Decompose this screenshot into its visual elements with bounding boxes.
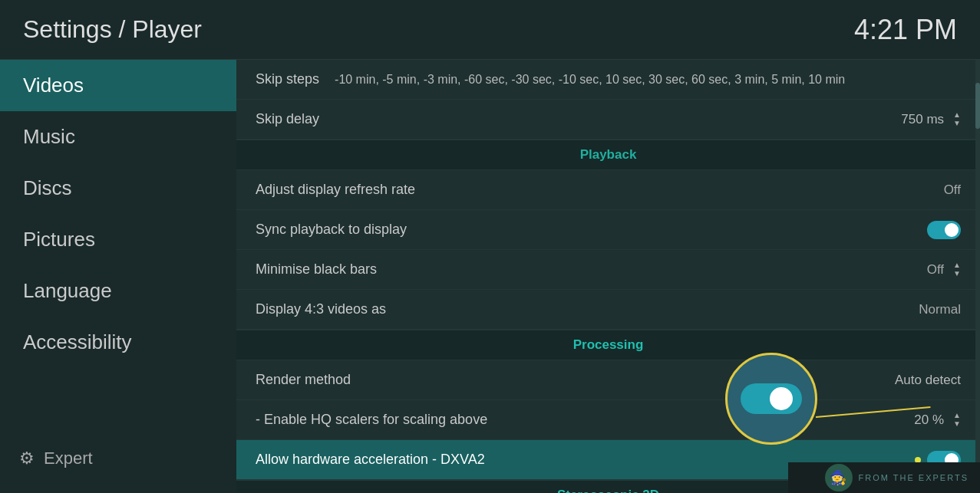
adjust-display-value: Off <box>944 182 961 198</box>
skip-steps-value: -10 min, -5 min, -3 min, -60 sec, -30 se… <box>335 73 845 87</box>
scrollbar[interactable] <box>975 60 980 493</box>
skip-delay-control[interactable]: 750 ms ▲ ▼ <box>901 111 961 127</box>
chevron-up-icon: ▲ <box>953 111 961 119</box>
render-method-value: Auto detect <box>895 373 961 388</box>
sidebar-item-language[interactable]: Language <box>0 265 236 317</box>
chevron-down-icon: ▼ <box>953 120 961 127</box>
sidebar-item-videos[interactable]: Videos <box>0 60 236 111</box>
scrollbar-thumb <box>975 83 980 129</box>
skip-delay-label: Skip delay <box>256 111 901 127</box>
toggle-magnified-overlay <box>725 353 817 445</box>
page-title: Settings / Player <box>23 15 202 44</box>
minimise-bars-row: Minimise black bars Off ▲ ▼ <box>236 250 980 290</box>
skip-delay-chevrons: ▲ ▼ <box>953 111 961 127</box>
playback-section-header: Playback <box>236 140 980 170</box>
hq-scalers-value: 20 % <box>914 412 944 428</box>
chevron-down-icon: ▼ <box>953 270 961 278</box>
display-43-value: Normal <box>919 302 961 317</box>
processing-section-header: Processing <box>236 330 980 360</box>
sidebar-item-pictures[interactable]: Pictures <box>0 214 236 265</box>
toggle-magnified-inner <box>741 383 802 414</box>
adjust-display-row: Adjust display refresh rate Off <box>236 170 980 210</box>
chevron-up-icon: ▲ <box>953 261 961 269</box>
skip-delay-row: Skip delay 750 ms ▲ ▼ <box>236 100 980 140</box>
minimise-bars-value: Off <box>927 262 944 278</box>
skip-steps-label: Skip steps <box>256 71 319 87</box>
sync-playback-row: Sync playback to display <box>236 210 980 250</box>
hq-scalers-control[interactable]: 20 % ▲ ▼ <box>914 412 961 428</box>
gear-icon: ⚙ <box>19 449 35 468</box>
chevron-down-icon: ▼ <box>953 420 961 428</box>
skip-steps-row: Skip steps -10 min, -5 min, -3 min, -60 … <box>236 60 980 100</box>
main-content: Skip steps -10 min, -5 min, -3 min, -60 … <box>236 60 980 493</box>
expert-button[interactable]: ⚙ Expert <box>0 439 236 478</box>
sync-playback-toggle[interactable] <box>927 221 961 239</box>
hq-scalers-row: - Enable HQ scalers for scaling above 20… <box>236 400 980 440</box>
hq-scalers-label: - Enable HQ scalers for scaling above <box>256 412 914 428</box>
minimise-bars-label: Minimise black bars <box>256 261 927 278</box>
sync-playback-label: Sync playback to display <box>256 222 927 238</box>
sidebar-item-discs[interactable]: Discs <box>0 163 236 214</box>
watermark-icon: 🧙 <box>825 464 853 491</box>
minimise-bars-control[interactable]: Off ▲ ▼ <box>927 261 961 278</box>
watermark-text: FROM THE EXPERTS <box>859 473 968 482</box>
chevron-up-icon: ▲ <box>953 412 961 419</box>
display-43-row: Display 4:3 videos as Normal <box>236 290 980 330</box>
minimise-bars-chevrons: ▲ ▼ <box>953 261 961 278</box>
render-method-row: Render method Auto detect <box>236 360 980 400</box>
sidebar: Videos Music Discs Pictures Language Acc… <box>0 60 236 493</box>
hq-scalers-chevrons: ▲ ▼ <box>953 412 961 428</box>
adjust-display-label: Adjust display refresh rate <box>256 182 944 198</box>
sidebar-item-music[interactable]: Music <box>0 111 236 163</box>
header: Settings / Player 4:21 PM <box>0 0 980 60</box>
display-43-label: Display 4:3 videos as <box>256 301 919 317</box>
watermark: 🧙 FROM THE EXPERTS <box>788 462 980 493</box>
skip-delay-value: 750 ms <box>901 112 944 127</box>
sidebar-item-accessibility[interactable]: Accessibility <box>0 317 236 368</box>
clock: 4:21 PM <box>854 14 957 46</box>
